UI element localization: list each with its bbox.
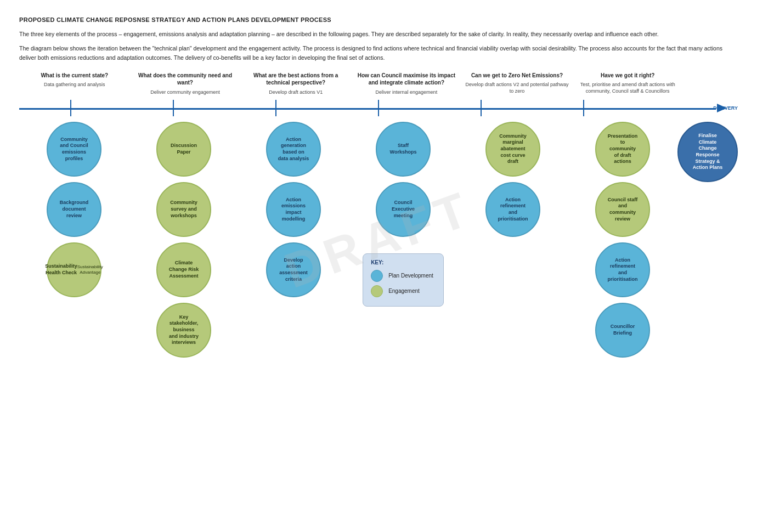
tick-1 xyxy=(70,100,71,116)
circle-col2-3: ClimateChange RiskAssessment xyxy=(156,242,211,297)
circle-col2-4: Keystakeholder,businessand industryinter… xyxy=(156,303,211,358)
circle-col7-1: FinaliseClimateChangeResponseStrategy &A… xyxy=(677,122,738,182)
key-circle-green xyxy=(371,285,383,297)
column-headers: What is the current state? Data gatherin… xyxy=(19,72,738,95)
circle-col6-4: CouncillorBriefing xyxy=(595,303,650,358)
col-header-6: Have we got it right? Test, prioritise a… xyxy=(572,72,683,95)
intro-paragraph-2: The diagram below shows the iteration be… xyxy=(19,44,738,62)
col-circles-2: DiscussionPaper Communitysurvey andworks… xyxy=(129,122,239,358)
circle-col6-2: Council staffandcommunityreview xyxy=(595,182,650,237)
tick-3 xyxy=(275,100,276,116)
circle-col1-2: Backgrounddocumentreview xyxy=(47,182,101,237)
col-circles-6: Presentationtocommunityof draftactions C… xyxy=(568,122,677,358)
tick-5 xyxy=(481,100,482,116)
circle-col6-3: Actionrefinementandprioritisation xyxy=(595,242,650,297)
circle-col2-2: Communitysurvey andworkshops xyxy=(156,182,211,237)
page-title: PROPOSED CLIMATE CHANGE REPOSNSE STRATEG… xyxy=(19,16,738,23)
circle-col3-2: Actionemissionsimpactmodelling xyxy=(266,182,321,237)
col-header-4: How can Council maximise its impact and … xyxy=(351,72,462,95)
key-circle-blue xyxy=(371,270,383,282)
circle-col5-1: Communitymarginalabatementcost curvedraf… xyxy=(485,122,540,177)
circle-col1-3: SustainabilityHealth CheckSustainability… xyxy=(47,242,101,297)
col-circles-3: Actiongenerationbased ondata analysis Ac… xyxy=(239,122,348,297)
circle-col4-2: CouncilExecutivemeeting xyxy=(376,182,431,237)
timeline: DELIVERY xyxy=(19,100,738,116)
col-circles-1: Communityand Councilemissionsprofiles Ba… xyxy=(19,122,129,297)
circle-col1-1: Communityand Councilemissionsprofiles xyxy=(47,122,101,177)
key-title: KEY: xyxy=(371,259,433,265)
key-item-2: Engagement xyxy=(371,285,433,297)
key-item-1: Plan Development xyxy=(371,270,433,282)
tick-4 xyxy=(378,100,379,116)
tick-6 xyxy=(583,100,584,116)
circle-col3-3: Developactionassessmentcriteria xyxy=(266,242,321,297)
col-circles-4: StaffWorkshops CouncilExecutivemeeting K… xyxy=(348,122,458,307)
col-circles-5: Communitymarginalabatementcost curvedraf… xyxy=(458,122,568,237)
timeline-line xyxy=(19,108,716,110)
circle-col5-2: Actionrefinementandprioritisation xyxy=(485,182,540,237)
circles-area: DRAFT Communityand Councilemissionsprofi… xyxy=(19,122,738,358)
key-label-2: Engagement xyxy=(388,288,420,294)
col-circles-7: FinaliseClimateChangeResponseStrategy &A… xyxy=(677,122,738,182)
intro-paragraph-1: The three key elements of the process – … xyxy=(19,30,738,38)
col-header-7 xyxy=(683,72,738,95)
col-header-1: What is the current state? Data gatherin… xyxy=(19,72,130,95)
key-box: KEY: Plan Development Engagement xyxy=(363,253,444,307)
col-header-2: What does the community need and want? D… xyxy=(130,72,241,95)
col-header-5: Can we get to Zero Net Emissions? Develo… xyxy=(462,72,573,95)
circle-col6-1: Presentationtocommunityof draftactions xyxy=(595,122,650,177)
timeline-label: DELIVERY xyxy=(710,105,738,111)
circle-col2-1: DiscussionPaper xyxy=(156,122,211,177)
circle-col4-1: StaffWorkshops xyxy=(376,122,431,177)
circles-row: Communityand Councilemissionsprofiles Ba… xyxy=(19,122,738,358)
circle-col3-1: Actiongenerationbased ondata analysis xyxy=(266,122,321,177)
tick-2 xyxy=(173,100,174,116)
key-label-1: Plan Development xyxy=(388,273,433,279)
col-header-3: What are the best actions from a technic… xyxy=(240,72,351,95)
